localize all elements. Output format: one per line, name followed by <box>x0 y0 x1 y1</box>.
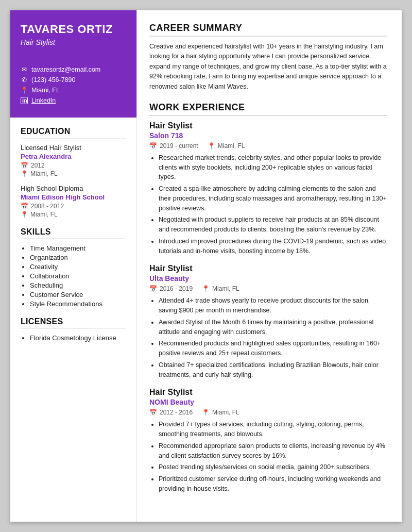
phone-value: (123) 456-7890 <box>31 76 75 84</box>
licenses-title: LICENSES <box>21 317 126 329</box>
edu-school-0: Petra Alexandra <box>21 153 126 160</box>
cal-icon-job-1: 📅 <box>149 285 157 292</box>
contact-email: ✉ tavaresortiz@email.com <box>21 66 126 73</box>
edu-year-0: 2012 <box>31 162 45 169</box>
cal-icon-job-0: 📅 <box>149 142 157 149</box>
job-location-2: 📍 Miami, FL <box>202 409 239 416</box>
work-experience-section: WORK EXPERIENCE Hair Stylist Salon 718 📅… <box>149 102 387 494</box>
skill-0: Time Management <box>30 244 126 252</box>
job-entry-0: Hair Stylist Salon 718 📅 2019 - current … <box>149 121 387 256</box>
skill-5: Customer Service <box>30 291 126 298</box>
linkedin-link[interactable]: LinkedIn <box>31 97 56 104</box>
job-company-0: Salon 718 <box>149 131 387 140</box>
licenses-list: Florida Cosmetology License <box>21 334 126 342</box>
calendar-icon-0: 📅 <box>21 162 28 169</box>
pin-icon-1: 📍 <box>21 211 28 218</box>
bullet-1-3: Obtained 7+ specialized certifications, … <box>159 360 387 380</box>
candidate-title: Hair Stylist <box>21 38 126 46</box>
skill-1: Organization <box>30 254 126 261</box>
sidebar: TAVARES ORTIZ Hair Stylist ✉ tavaresorti… <box>10 10 136 522</box>
job-loc-text-0: Miami, FL <box>218 142 245 149</box>
contact-linkedin[interactable]: in LinkedIn <box>21 97 126 104</box>
job-date-text-2: 2012 - 2016 <box>160 409 193 416</box>
job-bullets-2: Provided 7+ types of services, including… <box>149 420 387 493</box>
edu-location-0: 📍 Miami, FL <box>21 170 126 177</box>
job-dates-1: 📅 2016 - 2019 <box>149 285 193 292</box>
edu-degree-1: High School Diploma <box>21 185 126 192</box>
job-date-text-1: 2016 - 2019 <box>160 285 193 292</box>
candidate-name: TAVARES ORTIZ <box>21 23 126 36</box>
job-dates-2: 📅 2012 - 2016 <box>149 409 193 416</box>
licenses-section: LICENSES Florida Cosmetology License <box>21 317 126 342</box>
career-summary-title: CAREER SUMMARY <box>149 23 387 37</box>
edu-meta-year-0: 📅 2012 <box>21 162 126 169</box>
job-loc-text-2: Miami, FL <box>212 409 239 416</box>
job-company-2: NOMI Beauty <box>149 398 387 406</box>
job-bullets-1: Attended 4+ trade shows yearly to receiv… <box>149 296 387 379</box>
bullet-2-0: Provided 7+ types of services, including… <box>159 420 387 439</box>
bullet-2-1: Recommended appropriate salon products t… <box>159 441 387 461</box>
edu-item-1: High School Diploma Miami Edison High Sc… <box>21 185 126 218</box>
edu-location-1: 📍 Miami, FL <box>21 211 126 218</box>
bullet-0-1: Created a spa-like atmosphere by adding … <box>159 184 387 213</box>
career-summary-section: CAREER SUMMARY Creative and experienced … <box>149 23 387 92</box>
education-title: EDUCATION <box>21 127 126 139</box>
contact-phone: ✆ (123) 456-7890 <box>21 76 126 84</box>
job-title-1: Hair Stylist <box>149 264 387 273</box>
bullet-2-2: Posted trending styles/services on socia… <box>159 462 387 472</box>
skills-list: Time Management Organization Creativity … <box>21 244 126 308</box>
edu-degree-0: Licensed Hair Stylist <box>21 144 126 152</box>
license-0: Florida Cosmetology License <box>30 334 126 342</box>
resume-document: TAVARES ORTIZ Hair Stylist ✉ tavaresorti… <box>10 10 402 522</box>
job-loc-text-1: Miami, FL <box>212 285 239 292</box>
bullet-0-3: Introduced improved procedures during th… <box>159 237 387 256</box>
pin-icon-job-0: 📍 <box>208 142 215 149</box>
education-section: EDUCATION Licensed Hair Stylist Petra Al… <box>21 127 126 218</box>
skill-2: Creativity <box>30 263 126 271</box>
job-meta-1: 📅 2016 - 2019 📍 Miami, FL <box>149 285 387 292</box>
skills-title: SKILLS <box>21 227 126 239</box>
edu-school-1: Miami Edison High School <box>21 193 126 201</box>
job-title-0: Hair Stylist <box>149 121 387 130</box>
skill-6: Style Recommendations <box>30 300 126 308</box>
edu-meta-year-1: 📅 2008 - 2012 <box>21 203 126 210</box>
job-title-2: Hair Stylist <box>149 388 387 397</box>
bullet-0-2: Negotiated with product suppliers to rec… <box>159 215 387 235</box>
job-location-1: 📍 Miami, FL <box>202 285 239 292</box>
pin-icon-job-1: 📍 <box>202 285 210 292</box>
job-bullets-0: Researched market trends, celebrity styl… <box>149 153 387 256</box>
job-dates-0: 📅 2019 - current <box>149 142 198 149</box>
skill-3: Collaboration <box>30 272 126 280</box>
edu-item-0: Licensed Hair Stylist Petra Alexandra 📅 … <box>21 144 126 177</box>
job-date-text-0: 2019 - current <box>160 142 198 149</box>
bullet-2-3: Prioritized customer service during off-… <box>159 474 387 494</box>
skills-section: SKILLS Time Management Organization Crea… <box>21 227 126 308</box>
cal-icon-job-2: 📅 <box>149 409 157 416</box>
contact-section: ✉ tavaresortiz@email.com ✆ (123) 456-789… <box>10 59 136 118</box>
job-location-0: 📍 Miami, FL <box>208 142 245 149</box>
job-meta-0: 📅 2019 - current 📍 Miami, FL <box>149 142 387 149</box>
bullet-1-2: Recommended products and highlighted sal… <box>159 339 387 358</box>
bullet-1-1: Awarded Stylist of the Month 6 times by … <box>159 318 387 337</box>
job-entry-1: Hair Stylist Ulta Beauty 📅 2016 - 2019 📍… <box>149 264 387 379</box>
email-value: tavaresortiz@email.com <box>31 66 100 73</box>
main-content: CAREER SUMMARY Creative and experienced … <box>136 10 402 522</box>
sidebar-header: TAVARES ORTIZ Hair Stylist <box>10 10 136 59</box>
email-icon: ✉ <box>21 66 28 73</box>
edu-loc-0: Miami, FL <box>30 170 58 177</box>
phone-icon: ✆ <box>21 76 28 84</box>
skill-4: Scheduling <box>30 281 126 289</box>
job-entry-2: Hair Stylist NOMI Beauty 📅 2012 - 2016 📍… <box>149 388 387 493</box>
linkedin-icon: in <box>21 97 28 104</box>
contact-location: 📍 Miami, FL <box>21 87 126 94</box>
edu-loc-1: Miami, FL <box>30 211 58 218</box>
calendar-icon-1: 📅 <box>21 203 28 210</box>
job-company-1: Ulta Beauty <box>149 274 387 282</box>
sidebar-body: EDUCATION Licensed Hair Stylist Petra Al… <box>10 118 136 360</box>
work-experience-title: WORK EXPERIENCE <box>149 102 387 116</box>
job-meta-2: 📅 2012 - 2016 📍 Miami, FL <box>149 409 387 416</box>
edu-year-1: 2008 - 2012 <box>31 203 64 210</box>
career-summary-text: Creative and experienced hairstylist wit… <box>149 42 387 92</box>
pin-icon-0: 📍 <box>21 170 28 177</box>
pin-icon-job-2: 📍 <box>202 409 210 416</box>
